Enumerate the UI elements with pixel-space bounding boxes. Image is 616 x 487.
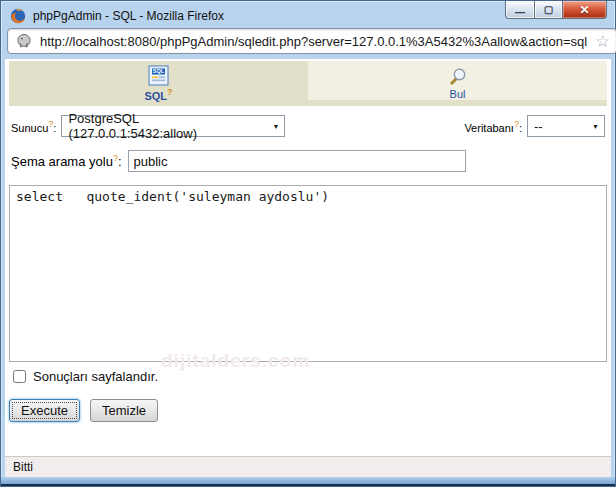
tab-sql[interactable]: SQL SQL? (9, 61, 308, 106)
status-text: Bitti (13, 460, 33, 474)
minimize-icon: — (515, 7, 525, 18)
execute-button[interactable]: Execute (9, 399, 80, 422)
search-magnifier-icon (448, 67, 468, 87)
firefox-icon (10, 8, 26, 24)
close-button[interactable]: ✕ (562, 1, 607, 19)
window-frame-bottom (1, 477, 615, 486)
page-content: SQL SQL? Bul (5, 59, 611, 456)
button-row: Execute Temizle (9, 399, 607, 422)
bookmark-star-icon[interactable]: ☆ (595, 33, 610, 50)
tab-bul[interactable]: Bul (308, 61, 607, 106)
chevron-down-icon: ▼ (592, 123, 599, 130)
database-select-value: -- (534, 119, 543, 134)
sql-editor-wrap: select quote_ident('suleyman aydoslu') d… (9, 185, 607, 362)
server-database-row: Sunucu?: PostgreSQL (127.0.0.1:5432:allo… (9, 115, 607, 137)
url-text[interactable]: http://localhost:8080/phpPgAdmin/sqledit… (40, 34, 587, 49)
paginate-checkbox[interactable] (13, 370, 26, 383)
tab-bul-label: Bul (450, 88, 466, 100)
schema-search-input[interactable] (128, 150, 466, 172)
postgresql-favicon (16, 33, 32, 49)
server-select[interactable]: PostgreSQL (127.0.0.1:5432:allow) ▼ (61, 115, 285, 137)
chevron-down-icon: ▼ (272, 123, 279, 130)
firefox-window: phpPgAdmin - SQL - Mozilla Firefox — ▢ ✕… (0, 0, 616, 487)
phppgadmin-tab-bar: SQL SQL? Bul (9, 61, 607, 106)
close-icon: ✕ (579, 3, 589, 17)
sql-icon-text: SQL (153, 69, 165, 75)
status-bar: Bitti (5, 456, 611, 477)
url-bar[interactable]: http://localhost:8080/phpPgAdmin/sqledit… (7, 28, 616, 54)
minimize-button[interactable]: — (505, 1, 534, 19)
paginate-row: Sonuçları sayfalandır. (9, 369, 607, 384)
tab-sql-label: SQL? (144, 87, 172, 102)
database-label: Veritabanı?: (464, 119, 522, 134)
paginate-label: Sonuçları sayfalandır. (33, 369, 158, 384)
schema-row: Şema arama yolu?: (9, 150, 607, 172)
schema-label: Şema arama yolu?: (11, 153, 122, 169)
maximize-button[interactable]: ▢ (534, 1, 562, 19)
window-title: phpPgAdmin - SQL - Mozilla Firefox (33, 9, 224, 23)
server-label: Sunucu?: (11, 119, 56, 134)
clear-button[interactable]: Temizle (90, 399, 158, 422)
sql-query-textarea[interactable]: select quote_ident('suleyman aydoslu') (9, 185, 607, 362)
maximize-icon: ▢ (544, 4, 553, 15)
database-select[interactable]: -- ▼ (527, 115, 605, 137)
window-controls: — ▢ ✕ (505, 1, 607, 19)
server-select-value: PostgreSQL (127.0.0.1:5432:allow) (68, 111, 266, 141)
navigation-bar: http://localhost:8080/phpPgAdmin/sqledit… (1, 27, 615, 59)
sql-document-icon: SQL (148, 65, 169, 86)
sql-help-link[interactable]: ? (167, 87, 173, 97)
